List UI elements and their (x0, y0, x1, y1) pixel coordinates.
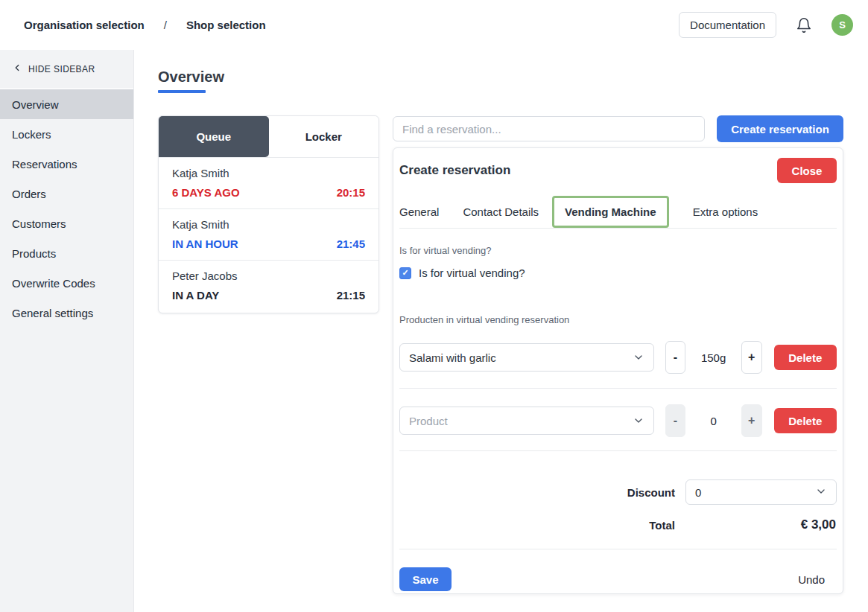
discount-select-value: 0 (695, 486, 701, 499)
search-input[interactable] (393, 116, 705, 141)
page-title-underline (158, 90, 206, 93)
queue-entry-name: Katja Smith (172, 218, 365, 231)
products-section-label: Producten in virtual vending reservation (399, 314, 837, 325)
queue-panel: Queue Locker Katja Smith 6 DAYS AGO 20:1… (158, 115, 379, 313)
hide-sidebar-button[interactable]: HIDE SIDEBAR (0, 50, 133, 89)
product-row: Salami with garlic - 150g + Delete (399, 341, 837, 374)
queue-entry-name: Peter Jacobs (172, 270, 365, 282)
queue-tabbar: Queue Locker (159, 116, 378, 158)
discount-label: Discount (627, 486, 675, 499)
queue-entry-status: 6 DAYS AGO (172, 186, 240, 199)
total-row: Total € 3,00 (399, 517, 837, 532)
breadcrumb-shop[interactable]: Shop selection (186, 19, 266, 31)
create-reservation-modal: Create reservation Close General Contact… (393, 147, 843, 594)
modal-tabbar: General Contact Details Vending Machine … (399, 196, 837, 229)
tab-vending-machine[interactable]: Vending Machine (552, 196, 669, 228)
sidebar-item-orders[interactable]: Orders (0, 179, 133, 208)
breadcrumb: Organisation selection / Shop selection (24, 19, 266, 31)
discount-select[interactable]: 0 (685, 479, 837, 505)
user-avatar[interactable]: S (831, 14, 853, 36)
sidebar-item-overview[interactable]: Overview (0, 89, 133, 119)
delete-product-button[interactable]: Delete (774, 345, 837, 370)
divider (399, 388, 837, 389)
divider (399, 549, 837, 549)
sidebar: HIDE SIDEBAR Overview Lockers Reservatio… (0, 50, 134, 612)
modal-footer: Save Undo (399, 567, 837, 591)
product-select[interactable]: Product (399, 407, 654, 435)
chevron-down-icon (633, 351, 644, 363)
documentation-button[interactable]: Documentation (679, 12, 776, 38)
sidebar-item-customers[interactable]: Customers (0, 208, 133, 238)
product-select-placeholder: Product (409, 415, 448, 427)
quantity-value: 0 (685, 415, 741, 427)
queue-entry-name: Katja Smith (172, 167, 365, 179)
quantity-increment-button[interactable]: + (741, 404, 762, 437)
tab-queue[interactable]: Queue (159, 116, 269, 157)
close-button[interactable]: Close (777, 158, 837, 183)
product-select-value: Salami with garlic (409, 351, 496, 364)
quantity-value: 150g (685, 351, 741, 364)
product-row: Product - 0 + Delete (399, 404, 837, 437)
sidebar-item-overwrite-codes[interactable]: Overwrite Codes (0, 268, 133, 298)
page-title: Overview (158, 68, 224, 86)
notifications-bell-icon[interactable] (796, 17, 812, 34)
virtual-vending-checkbox[interactable]: ✓ (399, 267, 411, 279)
queue-entry-time: 21:45 (337, 238, 365, 250)
quantity-decrement-button[interactable]: - (665, 404, 686, 437)
discount-row: Discount 0 (399, 479, 837, 505)
queue-entry-status: IN A DAY (172, 289, 219, 302)
create-reservation-button[interactable]: Create reservation (717, 115, 843, 142)
virtual-vending-checkbox-label: Is for virtual vending? (419, 267, 525, 279)
queue-entry[interactable]: Katja Smith 6 DAYS AGO 20:15 (159, 158, 378, 209)
tab-general[interactable]: General (399, 205, 439, 218)
total-label: Total (649, 519, 675, 532)
chevron-down-icon (633, 415, 644, 427)
chevron-left-icon (12, 63, 22, 75)
chevron-down-icon (815, 485, 827, 500)
tab-locker[interactable]: Locker (269, 116, 379, 157)
modal-title: Create reservation (399, 163, 510, 178)
breadcrumb-separator: / (164, 19, 167, 31)
app-root: Organisation selection / Shop selection … (0, 0, 868, 612)
tab-contact-details[interactable]: Contact Details (463, 205, 539, 218)
modal-header: Create reservation Close (399, 157, 837, 184)
sidebar-item-products[interactable]: Products (0, 238, 133, 268)
queue-entry-time: 21:15 (337, 289, 365, 302)
sidebar-item-reservations[interactable]: Reservations (0, 149, 133, 179)
queue-entry[interactable]: Katja Smith IN AN HOUR 21:45 (159, 209, 378, 261)
queue-entry-time: 20:15 (337, 186, 365, 199)
quantity-decrement-button[interactable]: - (665, 341, 686, 374)
hide-sidebar-label: HIDE SIDEBAR (28, 64, 95, 74)
topbar: Organisation selection / Shop selection … (0, 0, 868, 50)
topbar-actions: Documentation S (679, 12, 853, 38)
delete-product-button[interactable]: Delete (774, 408, 837, 433)
sidebar-item-lockers[interactable]: Lockers (0, 119, 133, 149)
product-select[interactable]: Salami with garlic (399, 343, 654, 372)
tab-extra-options[interactable]: Extra options (693, 205, 758, 218)
undo-button[interactable]: Undo (798, 573, 837, 586)
quantity-increment-button[interactable]: + (741, 341, 762, 374)
queue-entry-status: IN AN HOUR (172, 238, 238, 250)
queue-entry[interactable]: Peter Jacobs IN A DAY 21:15 (159, 261, 378, 312)
divider (399, 450, 837, 451)
sidebar-item-general-settings[interactable]: General settings (0, 298, 133, 328)
virtual-vending-checkbox-row[interactable]: ✓ Is for virtual vending? (399, 267, 837, 279)
breadcrumb-organisation[interactable]: Organisation selection (24, 19, 145, 31)
total-value: € 3,00 (685, 517, 837, 532)
virtual-vending-field-label: Is for virtual vending? (399, 245, 837, 256)
save-button[interactable]: Save (399, 567, 452, 591)
